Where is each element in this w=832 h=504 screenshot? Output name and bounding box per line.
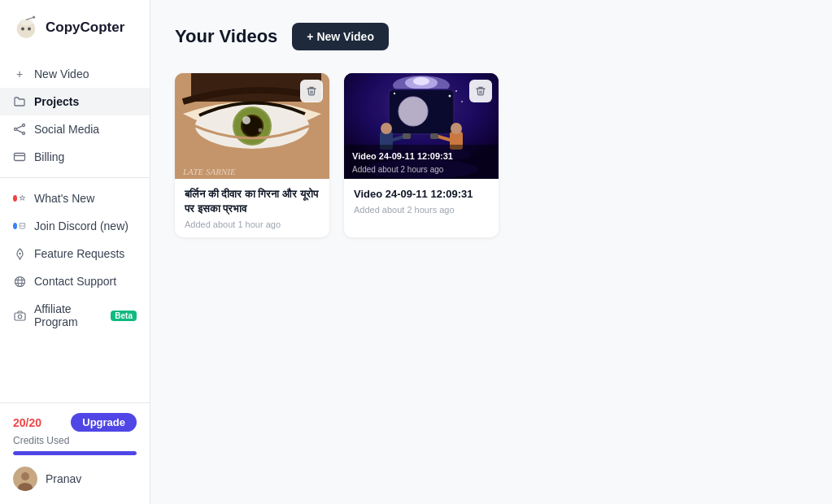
svg-line-9 (17, 126, 23, 128)
sidebar-divider (0, 177, 150, 178)
logo-area: CopyCopter (0, 0, 150, 54)
video-meta-2: Added about 2 hours ago (354, 205, 489, 215)
svg-text:Added about 2 hours ago: Added about 2 hours ago (352, 165, 444, 174)
video-card-1[interactable]: LATE SARNIE बर्लिन की दीवार का गिरना और … (175, 73, 329, 237)
svg-point-8 (15, 128, 17, 131)
svg-point-33 (259, 128, 263, 133)
video-thumbnail-2: Video 24-09-11 12:09:31 Added about 2 ho… (344, 73, 499, 179)
contact-support-label: Contact Support (34, 275, 116, 288)
svg-rect-11 (15, 154, 25, 161)
discord-icon (13, 219, 26, 232)
sidebar-item-whats-new[interactable]: What's New (0, 185, 150, 212)
svg-text:LATE SARNIE: LATE SARNIE (182, 167, 236, 176)
svg-line-10 (17, 130, 23, 133)
svg-rect-51 (403, 133, 411, 139)
sidebar-item-feature-requests[interactable]: Feature Requests (0, 240, 150, 267)
affiliate-label: Affiliate Program (34, 302, 99, 328)
sidebar: CopyCopter + New Video Projects Social M… (0, 0, 150, 504)
svg-point-43 (449, 95, 451, 98)
new-video-button[interactable]: + New Video (292, 23, 389, 50)
video-card-2[interactable]: Video 24-09-11 12:09:31 Added about 2 ho… (344, 73, 499, 237)
svg-point-1 (20, 20, 33, 26)
avatar (13, 467, 37, 491)
folder-icon (13, 95, 26, 108)
user-name: Pranav (46, 472, 81, 485)
sidebar-item-projects[interactable]: Projects (0, 88, 150, 115)
svg-point-6 (23, 124, 25, 127)
svg-point-38 (413, 77, 429, 85)
rocket-icon (13, 247, 26, 260)
sidebar-item-affiliate[interactable]: Affiliate Program Beta (0, 295, 150, 336)
svg-point-14 (23, 225, 24, 226)
credits-bar (13, 451, 137, 455)
logo-icon (13, 15, 39, 41)
share-icon (13, 123, 26, 136)
credits-label: Credits Used (13, 435, 137, 446)
svg-point-49 (381, 123, 392, 134)
discord-label: Join Discord (new) (34, 219, 129, 232)
svg-point-54 (451, 123, 462, 134)
sidebar-item-contact-support[interactable]: Contact Support (0, 267, 150, 295)
svg-point-44 (461, 101, 463, 102)
video-info-1: बर्लिन की दीवार का गिरना और यूरोप पर इसक… (175, 179, 329, 237)
globe-icon (13, 275, 26, 288)
delete-button-1[interactable] (300, 80, 323, 102)
svg-point-16 (15, 276, 24, 286)
camera-icon (13, 309, 26, 322)
billing-label: Billing (34, 150, 64, 163)
svg-point-4 (21, 28, 24, 31)
app-name: CopyCopter (46, 20, 124, 36)
sparkle-icon (13, 192, 26, 205)
user-row[interactable]: Pranav (13, 467, 137, 491)
main-content: Your Videos + New Video (150, 0, 832, 504)
social-media-label: Social Media (34, 123, 99, 136)
svg-point-23 (21, 472, 29, 480)
page-title: Your Videos (175, 26, 277, 47)
whats-new-label: What's New (34, 192, 94, 205)
sidebar-item-social-media[interactable]: Social Media (0, 115, 150, 143)
sidebar-item-billing[interactable]: Billing (0, 143, 150, 171)
svg-point-17 (18, 276, 22, 286)
svg-rect-20 (15, 313, 25, 320)
red-badge (13, 195, 17, 202)
svg-rect-56 (430, 133, 438, 139)
credits-used: 20/20 (13, 416, 41, 429)
plus-icon: + (13, 67, 26, 80)
projects-label: Projects (34, 95, 79, 108)
svg-point-15 (19, 252, 20, 254)
new-video-label: New Video (34, 67, 89, 80)
credits-row: 20/20 Upgrade (13, 413, 137, 432)
video-meta-1: Added about 1 hour ago (185, 219, 320, 229)
video-thumbnail-1: LATE SARNIE (175, 73, 329, 179)
svg-point-7 (23, 133, 25, 135)
feature-requests-label: Feature Requests (34, 247, 124, 260)
sidebar-nav: + New Video Projects Social Media Billin… (0, 54, 150, 402)
page-header: Your Videos + New Video (175, 23, 808, 50)
credits-bar-fill (13, 451, 137, 455)
beta-badge: Beta (111, 311, 137, 321)
svg-point-21 (18, 315, 21, 318)
sidebar-new-video[interactable]: + New Video (0, 60, 150, 88)
svg-point-45 (455, 90, 457, 92)
delete-button-2[interactable] (469, 80, 492, 102)
sidebar-bottom: 20/20 Upgrade Credits Used Pranav (0, 402, 150, 504)
svg-point-32 (242, 116, 250, 124)
credit-card-icon (13, 150, 26, 163)
video-info-2: Video 24-09-11 12:09:31 Added about 2 ho… (344, 179, 499, 223)
video-title-2: Video 24-09-11 12:09:31 (354, 187, 489, 202)
svg-point-46 (394, 93, 395, 94)
svg-text:Video 24-09-11 12:09:31: Video 24-09-11 12:09:31 (352, 151, 453, 161)
svg-point-13 (21, 225, 22, 226)
blue-badge (13, 223, 17, 229)
svg-point-5 (28, 28, 31, 31)
sidebar-item-discord[interactable]: Join Discord (new) (0, 212, 150, 240)
upgrade-button[interactable]: Upgrade (71, 413, 137, 432)
video-grid: LATE SARNIE बर्लिन की दीवार का गिरना और … (175, 73, 808, 237)
svg-point-3 (33, 16, 35, 19)
video-title-1: बर्लिन की दीवार का गिरना और यूरोप पर इसक… (185, 187, 320, 216)
